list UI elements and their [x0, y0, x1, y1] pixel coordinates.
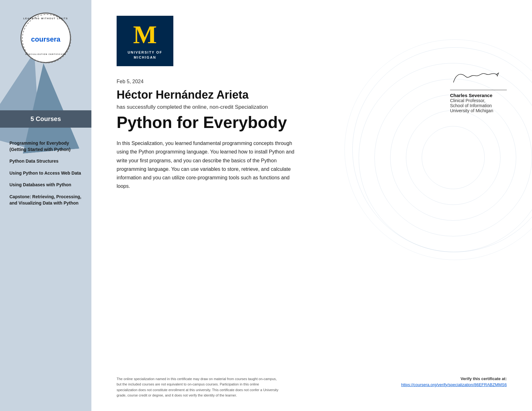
sidebar-course-list: Programming for Everybody (Getting Start… — [0, 128, 91, 411]
verify-link[interactable]: https://coursera.org/verify/specializati… — [401, 382, 507, 387]
certificate-content: M UNIVERSITY OF MICHIGAN Feb 5, 2024 Héc… — [117, 16, 507, 190]
certificate-date: Feb 5, 2024 — [117, 79, 507, 84]
verify-label: Verify this certificate at: — [401, 376, 507, 381]
badge-bottom-text: SPECIALIZATION CERTIFICATE — [21, 53, 70, 55]
university-logo: M UNIVERSITY OF MICHIGAN — [117, 16, 173, 66]
university-name-line1: UNIVERSITY OF — [128, 50, 162, 54]
footer-disclaimer: The online specialization named in this … — [117, 376, 280, 398]
signature-block: Charles Severance Clinical Professor, Sc… — [450, 69, 507, 113]
specialization-title: Python for Everybody — [117, 113, 507, 131]
courses-count-banner: 5 Courses — [0, 110, 91, 128]
courses-count-label: 5 Courses — [31, 115, 61, 122]
footer-verify: Verify this certificate at: https://cour… — [401, 376, 507, 387]
badge-ring — [22, 14, 71, 63]
instructor-title-1: Clinical Professor, — [450, 98, 507, 103]
certificate-description: In this Specialization, you learned fund… — [117, 139, 299, 190]
sidebar-course-4: Using Databases with Python — [9, 182, 82, 188]
sidebar-course-5: Capstone: Retrieving, Processing, and Vi… — [9, 194, 82, 206]
sidebar: LEARNING WITHOUT LIMITS coursera SPECIAL… — [0, 0, 91, 411]
certificate-footer: The online specialization named in this … — [117, 376, 507, 398]
signature-line — [450, 90, 507, 90]
completion-text: has successfully completed the online, n… — [117, 104, 507, 110]
signature-image — [449, 67, 501, 90]
sidebar-course-3: Using Python to Access Web Data — [9, 170, 82, 177]
badge-top-text: LEARNING WITHOUT LIMITS — [21, 17, 70, 20]
coursera-badge: LEARNING WITHOUT LIMITS coursera SPECIAL… — [20, 13, 71, 63]
university-letter: M — [133, 22, 157, 47]
main-content: M UNIVERSITY OF MICHIGAN Feb 5, 2024 Héc… — [91, 0, 532, 411]
instructor-title-2: School of Information — [450, 103, 507, 108]
instructor-name: Charles Severance — [450, 93, 507, 98]
sidebar-course-2: Python Data Structures — [9, 158, 82, 165]
university-name: UNIVERSITY OF MICHIGAN — [128, 50, 162, 60]
signature-svg — [449, 67, 501, 87]
sidebar-course-1: Programming for Everybody (Getting Start… — [9, 140, 82, 153]
university-name-line2: MICHIGAN — [134, 55, 156, 59]
recipient-name: Héctor Hernández Arieta — [117, 88, 507, 101]
instructor-title-3: University of Michigan — [450, 108, 507, 113]
